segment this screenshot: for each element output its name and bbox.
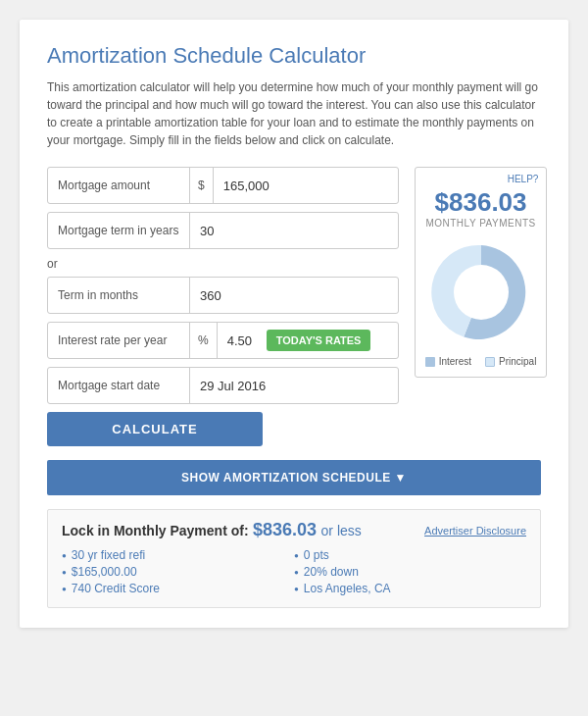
term-months-row: Term in months [47, 277, 399, 314]
lock-detail-item: ●Los Angeles, CA [294, 582, 526, 595]
mortgage-start-label: Mortgage start date [48, 368, 190, 403]
bullet-icon: ● [294, 585, 299, 593]
mortgage-amount-symbol: $ [190, 168, 214, 203]
pie-center [454, 265, 509, 320]
mortgage-term-years-label: Mortgage term in years [48, 213, 190, 248]
lock-or-less: or less [321, 523, 362, 538]
pie-chart [427, 238, 535, 346]
monthly-label: MONTHLY PAYMENTS [425, 218, 537, 229]
bullet-icon: ● [62, 551, 67, 560]
help-link[interactable]: HELP? [508, 174, 539, 184]
mortgage-amount-input[interactable] [214, 179, 398, 193]
lock-detail-item: ●30 yr fixed refi [62, 548, 294, 562]
lock-detail-text: $165,000.00 [72, 565, 137, 579]
lock-detail-item: ●740 Credit Score [62, 582, 294, 595]
mortgage-amount-row: Mortgage amount $ [47, 167, 399, 204]
lock-detail-item: ●$165,000.00 [62, 565, 294, 579]
advertiser-disclosure-link[interactable]: Advertiser Disclosure [424, 525, 526, 537]
page-description: This amortization calculator will help y… [47, 78, 541, 149]
show-amortization-button[interactable]: SHOW AMORTIZATION SCHEDULE ▼ [47, 460, 541, 495]
mortgage-start-input[interactable] [190, 379, 398, 393]
bullet-icon: ● [62, 568, 67, 577]
form-section: Mortgage amount $ Mortgage term in years… [47, 167, 399, 446]
lock-detail-text: Los Angeles, CA [304, 582, 391, 595]
interest-rate-row: Interest rate per year % TODAY'S RATES [47, 322, 399, 359]
lock-detail-text: 0 pts [304, 548, 329, 562]
mortgage-term-years-row: Mortgage term in years [47, 212, 399, 249]
lock-header: Lock in Monthly Payment of: $836.03 or l… [62, 520, 526, 540]
principal-legend-label: Principal [499, 356, 536, 367]
results-panel: HELP? $836.03 MONTHLY PAYMENTS [415, 167, 548, 378]
pie-chart-container [425, 238, 537, 346]
interest-legend-label: Interest [439, 356, 471, 367]
mortgage-term-years-input[interactable] [190, 224, 398, 238]
lock-detail-item: ●0 pts [294, 548, 526, 562]
or-text: or [47, 257, 399, 271]
monthly-amount: $836.03 [425, 187, 537, 218]
lock-detail-text: 740 Credit Score [72, 582, 160, 595]
term-months-input[interactable] [190, 288, 398, 303]
lock-detail-text: 20% down [304, 565, 359, 579]
lock-amount: $836.03 [253, 520, 317, 539]
lock-title: Lock in Monthly Payment of: [62, 523, 249, 538]
calculate-button[interactable]: CALCULATE [47, 412, 263, 446]
page-title: Amortization Schedule Calculator [47, 43, 541, 69]
lock-details: ●30 yr fixed refi●0 pts●$165,000.00●20% … [62, 548, 526, 595]
main-layout: Mortgage amount $ Mortgage term in years… [47, 167, 541, 446]
term-months-label: Term in months [48, 278, 190, 313]
bullet-icon: ● [62, 585, 67, 593]
bullet-icon: ● [294, 568, 299, 577]
todays-rates-button[interactable]: TODAY'S RATES [267, 330, 371, 351]
lock-section: Lock in Monthly Payment of: $836.03 or l… [47, 509, 541, 608]
legend-principal: Principal [485, 356, 536, 367]
lock-detail-item: ●20% down [294, 565, 526, 579]
mortgage-amount-label: Mortgage amount [48, 168, 190, 203]
bullet-icon: ● [294, 551, 299, 560]
chart-legend: Interest Principal [425, 356, 537, 367]
principal-legend-dot [485, 357, 495, 367]
legend-interest: Interest [425, 356, 471, 367]
lock-title-area: Lock in Monthly Payment of: $836.03 or l… [62, 520, 362, 540]
lock-detail-text: 30 yr fixed refi [72, 548, 145, 562]
interest-rate-symbol: % [190, 323, 218, 358]
interest-rate-input[interactable] [218, 333, 267, 348]
mortgage-start-row: Mortgage start date [47, 367, 399, 404]
main-card: Amortization Schedule Calculator This am… [20, 20, 568, 628]
interest-legend-dot [425, 357, 435, 367]
interest-rate-label: Interest rate per year [48, 323, 190, 358]
